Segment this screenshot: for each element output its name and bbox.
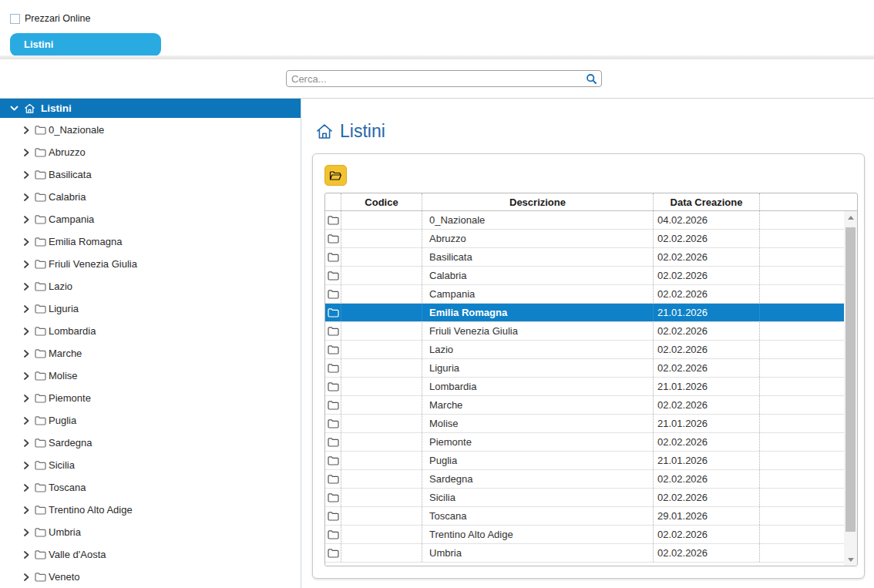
page-title-text: Listini [340, 121, 385, 142]
content-panel: Codice Descrizione Data Creazione 0_Nazi… [312, 153, 865, 579]
vertical-scrollbar[interactable] [844, 211, 857, 566]
table-row[interactable]: Lombardia 21.01.2026 [325, 378, 844, 396]
scroll-up-button[interactable] [844, 211, 857, 223]
table-row[interactable]: Sardegna 02.02.2026 [325, 470, 844, 489]
sidebar-item[interactable]: Emilia Romagna [0, 230, 301, 253]
sidebar-item[interactable]: Veneto [0, 566, 301, 588]
scroll-down-button[interactable] [844, 553, 857, 566]
header-codice[interactable]: Codice [341, 193, 422, 210]
cell-descrizione: Trentino Alto Adige [422, 526, 654, 543]
header-data-creazione[interactable]: Data Creazione [654, 193, 760, 210]
folder-icon [325, 507, 341, 525]
chevron-right-icon[interactable] [22, 238, 30, 246]
folder-icon [35, 214, 46, 224]
chevron-right-icon[interactable] [22, 506, 30, 514]
sidebar-item[interactable]: Molise [0, 365, 301, 387]
cell-descrizione: Basilicata [422, 248, 654, 266]
cell-descrizione: Sardegna [422, 470, 654, 488]
scrollbar-thumb[interactable] [845, 227, 856, 532]
sidebar-item[interactable]: Calabria [0, 186, 301, 208]
search-button[interactable] [581, 71, 601, 86]
prezzari-online-checkbox[interactable] [10, 14, 20, 24]
sidebar-item[interactable]: Toscana [0, 476, 301, 499]
sidebar-item[interactable]: Umbria [0, 521, 301, 543]
table-row[interactable]: Piemonte 02.02.2026 [325, 433, 844, 452]
folder-icon [325, 230, 341, 247]
sidebar-item[interactable]: Lombardia [0, 320, 301, 342]
table-row[interactable]: Marche 02.02.2026 [325, 396, 844, 415]
chevron-right-icon[interactable] [22, 350, 30, 358]
sidebar-item[interactable]: Campania [0, 208, 301, 230]
chevron-right-icon[interactable] [22, 193, 30, 201]
table-row[interactable]: Basilicata 02.02.2026 [325, 248, 844, 267]
table-row[interactable]: Molise 21.01.2026 [325, 415, 844, 433]
cell-descrizione: Liguria [422, 359, 654, 377]
sidebar-item[interactable]: Puglia [0, 409, 301, 432]
chevron-right-icon[interactable] [22, 283, 30, 291]
sidebar-item[interactable]: Basilicata [0, 163, 301, 186]
table-row[interactable]: Emilia Romagna 21.01.2026 [325, 304, 844, 322]
sidebar-root[interactable]: Listini [0, 99, 301, 118]
table-row[interactable]: Liguria 02.02.2026 [325, 359, 844, 378]
tab-listini[interactable]: Listini [10, 33, 161, 56]
cell-codice [341, 396, 422, 414]
cell-codice [341, 452, 422, 469]
listini-table: Codice Descrizione Data Creazione 0_Nazi… [324, 193, 858, 566]
chevron-right-icon[interactable] [22, 305, 30, 313]
chevron-right-icon[interactable] [22, 417, 30, 425]
sidebar-item[interactable]: Sicilia [0, 454, 301, 476]
folder-icon [35, 147, 46, 157]
table-row[interactable]: Friuli Venezia Giulia 02.02.2026 [325, 322, 844, 341]
sidebar-item[interactable]: Friuli Venezia Giulia [0, 253, 301, 275]
chevron-down-icon[interactable] [10, 104, 18, 113]
sidebar-item-label: Piemonte [49, 392, 91, 404]
prezzari-online-label: Prezzari Online [25, 13, 90, 24]
sidebar-item[interactable]: Abruzzo [0, 141, 301, 163]
chevron-right-icon[interactable] [22, 328, 30, 335]
cell-data-creazione: 21.01.2026 [654, 304, 760, 321]
chevron-right-icon[interactable] [22, 216, 30, 223]
chevron-right-icon[interactable] [22, 149, 30, 156]
folder-icon [35, 125, 46, 135]
chevron-right-icon[interactable] [22, 126, 30, 134]
open-folder-button[interactable] [324, 165, 347, 186]
chevron-right-icon[interactable] [22, 484, 30, 492]
cell-descrizione: Calabria [422, 267, 654, 284]
sidebar-item[interactable]: 0_Nazionale [0, 119, 301, 141]
table-row[interactable]: Lazio 02.02.2026 [325, 341, 844, 359]
chevron-right-icon[interactable] [22, 439, 30, 447]
chevron-right-icon[interactable] [22, 395, 30, 402]
table-row[interactable]: Umbria 02.02.2026 [325, 544, 844, 563]
cell-empty [760, 452, 844, 469]
cell-codice [341, 378, 422, 395]
search-input[interactable] [287, 72, 581, 86]
sidebar-item[interactable]: Lazio [0, 275, 301, 297]
cell-codice [341, 304, 422, 321]
chevron-right-icon[interactable] [22, 573, 30, 581]
table-row[interactable]: Calabria 02.02.2026 [325, 267, 844, 285]
sidebar-item[interactable]: Liguria [0, 297, 301, 320]
table-row[interactable]: 0_Nazionale 04.02.2026 [325, 211, 844, 230]
chevron-right-icon[interactable] [22, 529, 30, 536]
table-row[interactable]: Puglia 21.01.2026 [325, 452, 844, 470]
table-row[interactable]: Abruzzo 02.02.2026 [325, 230, 844, 248]
cell-codice [341, 415, 422, 432]
sidebar-item[interactable]: Sardegna [0, 432, 301, 454]
cell-data-creazione: 04.02.2026 [654, 211, 760, 229]
sidebar-item[interactable]: Marche [0, 342, 301, 365]
table-row[interactable]: Trentino Alto Adige 02.02.2026 [325, 526, 844, 544]
sidebar-item[interactable]: Trentino Alto Adige [0, 499, 301, 521]
cell-empty [760, 507, 844, 525]
sidebar-item[interactable]: Piemonte [0, 387, 301, 409]
chevron-right-icon[interactable] [22, 260, 30, 268]
sidebar-item[interactable]: Valle d'Aosta [0, 543, 301, 566]
table-row[interactable]: Sicilia 02.02.2026 [325, 489, 844, 507]
cell-empty [760, 544, 844, 562]
header-descrizione[interactable]: Descrizione [422, 193, 654, 210]
table-row[interactable]: Toscana 29.01.2026 [325, 507, 844, 526]
table-row[interactable]: Campania 02.02.2026 [325, 285, 844, 304]
chevron-right-icon[interactable] [22, 462, 30, 469]
chevron-right-icon[interactable] [22, 171, 30, 179]
chevron-right-icon[interactable] [22, 551, 30, 559]
chevron-right-icon[interactable] [22, 372, 30, 380]
